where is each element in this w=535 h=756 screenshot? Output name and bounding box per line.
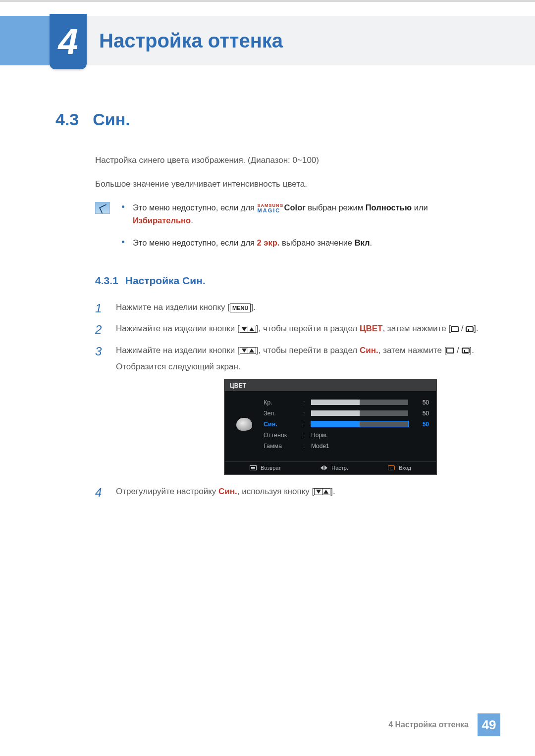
step-3: 3 Нажимайте на изделии кнопки [], чтобы … — [95, 344, 489, 373]
triangle-up-icon — [323, 490, 328, 494]
color-text: Color — [284, 203, 306, 212]
note-box: Это меню недоступно, если для SAMSUNGMAG… — [95, 201, 489, 258]
text: Нажмите на изделии кнопку [ — [116, 302, 230, 312]
osd-back-label: Возврат — [261, 465, 281, 471]
page-footer: 4 Настройка оттенка 49 — [388, 713, 500, 736]
text: Это меню недоступно, если для — [133, 238, 257, 247]
content: 4.3 Син. Настройка синего цвета изображе… — [0, 65, 535, 500]
osd-row: Зел.:50 — [264, 408, 429, 419]
paragraph-intensity: Большое значение увеличивает интенсивнос… — [95, 178, 489, 191]
text: Нажимайте на изделии кнопки [ — [116, 346, 240, 355]
osd-bar-fill — [311, 410, 360, 416]
osd-bar-fill — [311, 400, 360, 405]
step-number: 4 — [95, 485, 106, 500]
chapter-header: 4 Настройка оттенка — [0, 16, 535, 65]
paragraph-range: Настройка синего цвета изображения. (Диа… — [95, 154, 489, 167]
osd-icon-col — [232, 397, 257, 452]
osd-row-value: 50 — [413, 399, 429, 406]
chapter-title: Настройка оттенка — [99, 30, 283, 52]
subsection-heading: 4.3.1 Настройка Син. — [95, 275, 489, 287]
osd-row-label: Зел. — [264, 410, 298, 417]
text: выбран режим — [306, 203, 366, 212]
osd-title: ЦВЕТ — [225, 380, 436, 391]
text: , затем нажмите [ — [382, 324, 451, 333]
step-number: 3 — [95, 344, 106, 373]
section-title: Син. — [93, 110, 130, 129]
text: ]. — [251, 302, 255, 312]
enter-icon — [462, 348, 470, 353]
text: ]. — [474, 324, 478, 333]
osd-row-value: 50 — [413, 421, 429, 428]
osd-row-label: Гамма — [264, 443, 298, 450]
osd-bar — [311, 400, 408, 405]
chapter-number: 4 — [58, 21, 78, 62]
triangle-down-icon — [242, 327, 247, 331]
enter-icon — [388, 465, 395, 470]
note-list: Это меню недоступно, если для SAMSUNGMAG… — [122, 201, 489, 258]
osd-adjust: Настр. — [321, 465, 348, 471]
osd-row: Кр.:50 — [264, 397, 429, 408]
text: Это меню недоступно, если для — [133, 203, 257, 212]
osd-bar — [311, 421, 408, 427]
osd-row: Гамма:Mode1 — [264, 441, 429, 452]
note-item-1: Это меню недоступно, если для SAMSUNGMAG… — [122, 201, 489, 227]
triangle-down-icon — [316, 490, 321, 494]
osd-row-text: Норм. — [311, 432, 328, 439]
magic-text: MAGIC — [258, 208, 284, 213]
mode-full: Полностью — [366, 203, 412, 212]
osd-footer: Возврат Настр. Вход — [225, 461, 436, 474]
triangle-up-icon — [249, 349, 254, 353]
note-icon — [95, 202, 110, 214]
osd-colon: : — [303, 399, 306, 406]
text: ]. — [470, 346, 474, 355]
down-up-key — [314, 488, 330, 495]
section-number: 4.3 — [55, 110, 79, 129]
triangle-up-icon — [249, 327, 254, 331]
osd-row: Оттенок:Норм. — [264, 430, 429, 441]
text: или — [412, 203, 428, 212]
back-icon — [250, 465, 257, 470]
osd-enter-label: Вход — [399, 465, 411, 471]
target-blue: Син. — [218, 487, 237, 496]
osd-row-label: Оттенок — [264, 432, 298, 439]
section-heading: 4.3 Син. — [55, 110, 489, 129]
palette-icon — [236, 418, 252, 431]
step-3-after: Отобразится следующий экран. — [116, 360, 489, 373]
two-screen: 2 экр. — [257, 238, 280, 247]
enter-icon — [466, 326, 474, 332]
steps-list: 1 Нажмите на изделии кнопку [MENU]. 2 На… — [95, 301, 489, 500]
step-4: 4 Отрегулируйте настройку Син., использу… — [95, 485, 489, 500]
text: . — [370, 238, 372, 247]
osd-colon: : — [303, 410, 306, 417]
osd-rows: Кр.:50Зел.:50Син.:50Оттенок:Норм.Гамма:M… — [264, 397, 429, 452]
footer-chapter-text: 4 Настройка оттенка — [388, 720, 469, 729]
text: ]. — [330, 487, 335, 496]
down-up-key — [240, 326, 256, 333]
osd-row-value: 50 — [413, 410, 429, 417]
text: Отрегулируйте настройку — [116, 487, 218, 496]
text: . — [191, 216, 193, 225]
osd-colon: : — [303, 432, 306, 439]
menu-key: MENU — [230, 303, 251, 312]
step-body: Отрегулируйте настройку Син., используя … — [116, 485, 489, 500]
triangle-down-icon — [242, 349, 247, 353]
osd-body: Кр.:50Зел.:50Син.:50Оттенок:Норм.Гамма:M… — [225, 391, 436, 461]
osd-menu: ЦВЕТ Кр.:50Зел.:50Син.:50Оттенок:Норм.Га… — [224, 379, 437, 475]
down-up-key — [240, 347, 256, 354]
osd-colon: : — [303, 421, 306, 428]
osd-row-label: Син. — [264, 421, 298, 428]
step-number: 1 — [95, 301, 106, 316]
text: ], чтобы перейти в раздел — [256, 324, 360, 333]
osd-enter: Вход — [388, 465, 411, 471]
on-value: Вкл — [355, 238, 370, 247]
footer-page-number: 49 — [478, 713, 500, 736]
step-body: Нажмите на изделии кнопку [MENU]. — [116, 301, 489, 316]
step-body: Нажимайте на изделии кнопки [], чтобы пе… — [116, 322, 489, 337]
osd-row-label: Кр. — [264, 399, 298, 406]
text: выбрано значение — [279, 238, 354, 247]
osd-colon: : — [303, 443, 306, 450]
subsection-number: 4.3.1 — [95, 275, 118, 287]
step-number: 2 — [95, 322, 106, 337]
osd-row-text: Mode1 — [311, 443, 329, 450]
osd-adjust-label: Настр. — [331, 465, 348, 471]
